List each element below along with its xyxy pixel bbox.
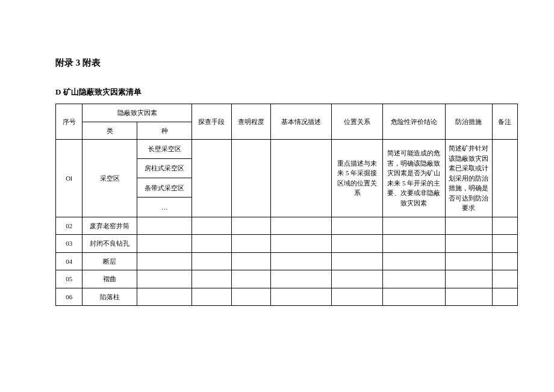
cell-desc	[271, 252, 332, 270]
cell-type: 房柱式采空区	[137, 159, 192, 178]
cell-type	[137, 217, 192, 235]
cell-method	[192, 235, 232, 253]
cell-category: 陷落柱	[82, 288, 137, 306]
cell-desc	[271, 288, 332, 306]
cell-risk	[382, 288, 445, 306]
cell-method	[192, 217, 232, 235]
cell-degree	[231, 235, 271, 253]
cell-type	[137, 270, 192, 288]
cell-type	[137, 235, 192, 253]
cell-position	[332, 235, 383, 253]
cell-seq: 02	[56, 217, 82, 235]
cell-note	[492, 270, 517, 288]
cell-position	[332, 288, 383, 306]
cell-category: 断层	[82, 252, 137, 270]
appendix-heading: 附录 3 附表	[55, 57, 518, 69]
header-note: 备注	[492, 104, 517, 140]
cell-note	[492, 288, 517, 306]
cell-prevention	[445, 288, 492, 306]
cell-prevention	[445, 217, 492, 235]
header-seq: 序号	[56, 104, 82, 140]
table-row: 02 废弃老窑井筒	[56, 217, 518, 235]
cell-desc	[271, 217, 332, 235]
header-position: 位置关系	[332, 104, 383, 140]
header-row-1: 序号 隐蔽致灾因素 探查手段 查明程度 基本情况描述 位置关系 危险性评价结论 …	[56, 104, 518, 122]
cell-position	[332, 217, 383, 235]
cell-category: 褶曲	[82, 270, 137, 288]
header-degree: 查明程度	[231, 104, 271, 140]
cell-seq: 06	[56, 288, 82, 306]
cell-type	[137, 288, 192, 306]
cell-seq: Ol	[56, 140, 82, 217]
cell-degree	[231, 252, 271, 270]
cell-risk: 简述可能造成的危害，明确该隐蔽致灾因素是否为矿山未来 5 年开采的主要、次要或非…	[382, 140, 445, 217]
cell-risk	[382, 235, 445, 253]
cell-category: 废弃老窑井筒	[82, 217, 137, 235]
header-risk: 危险性评价结论	[382, 104, 445, 140]
cell-risk	[382, 252, 445, 270]
cell-method	[192, 288, 232, 306]
cell-desc	[271, 235, 332, 253]
table-row: Ol 采空区 长壁采空区 重点描述与未来 5 年采掘接区域的位置关系 简述可能造…	[56, 140, 518, 159]
cell-note	[492, 217, 517, 235]
cell-risk	[382, 217, 445, 235]
cell-prevention	[445, 270, 492, 288]
cell-type	[137, 252, 192, 270]
cell-seq: 04	[56, 252, 82, 270]
cell-prevention: 简述矿井针对该隐蔽致灾因素已采取或计划采用的防治措施，明确是否可达到防治要求	[445, 140, 492, 217]
cell-prevention	[445, 235, 492, 253]
header-type: 种	[137, 122, 192, 140]
cell-desc	[271, 270, 332, 288]
cell-degree	[231, 288, 271, 306]
header-factor-group: 隐蔽致灾因素	[82, 104, 192, 122]
cell-desc	[271, 140, 332, 217]
table-title: D 矿山隐蔽致灾因素清单	[55, 87, 518, 98]
cell-position	[332, 252, 383, 270]
cell-seq: 03	[56, 235, 82, 253]
cell-type: 条带式采空区	[137, 178, 192, 198]
table-row: 06 陷落柱	[56, 288, 518, 306]
header-category: 类	[82, 122, 137, 140]
header-prevention: 防治措施	[445, 104, 492, 140]
cell-note	[492, 235, 517, 253]
cell-type: 长壁采空区	[137, 140, 192, 159]
cell-position: 重点描述与未来 5 年采掘接区域的位置关系	[332, 140, 383, 217]
cell-type: …	[137, 198, 192, 217]
cell-method	[192, 270, 232, 288]
cell-category: 封闭不良钻孔	[82, 235, 137, 253]
table-row: 03 封闭不良钻孔	[56, 235, 518, 253]
cell-seq: 05	[56, 270, 82, 288]
table-row: 05 褶曲	[56, 270, 518, 288]
cell-method	[192, 252, 232, 270]
cell-risk	[382, 270, 445, 288]
cell-prevention	[445, 252, 492, 270]
cell-position	[332, 270, 383, 288]
cell-degree	[231, 217, 271, 235]
cell-method	[192, 140, 232, 217]
header-desc: 基本情况描述	[271, 104, 332, 140]
cell-degree	[231, 270, 271, 288]
cell-degree	[231, 140, 271, 217]
cell-category: 采空区	[82, 140, 137, 217]
table-row: 04 断层	[56, 252, 518, 270]
header-method: 探查手段	[192, 104, 232, 140]
cell-note	[492, 252, 517, 270]
hazard-factors-table: 序号 隐蔽致灾因素 探查手段 查明程度 基本情况描述 位置关系 危险性评价结论 …	[55, 104, 518, 306]
cell-note	[492, 140, 517, 217]
